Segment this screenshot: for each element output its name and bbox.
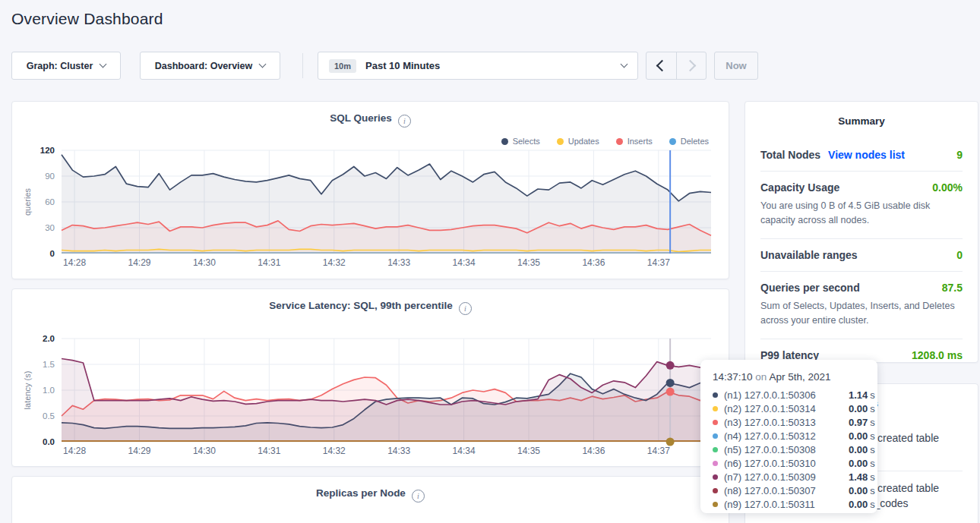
svg-text:90: 90 xyxy=(45,172,55,181)
svg-text:60: 60 xyxy=(45,197,55,206)
svg-text:14:30: 14:30 xyxy=(193,257,216,268)
svg-text:1.5: 1.5 xyxy=(43,360,55,369)
svg-text:0: 0 xyxy=(50,249,55,258)
summary-desc: You are using 0 B of 4.5 GiB usable disk… xyxy=(760,199,963,228)
node-value-unit: s xyxy=(870,485,875,496)
node-value-unit: s xyxy=(870,417,875,428)
svg-text:14:36: 14:36 xyxy=(582,257,605,268)
sql-queries-chart[interactable]: 14:2814:2914:3014:3114:3214:3314:3414:35… xyxy=(12,102,729,279)
svg-text:14:33: 14:33 xyxy=(387,446,410,456)
tooltip-time: 14:37:10 xyxy=(713,371,753,383)
node-value: 0.00 xyxy=(849,485,868,496)
summary-value: 87.5 xyxy=(942,282,963,294)
svg-text:14:28: 14:28 xyxy=(63,257,86,268)
service-latency-chart[interactable]: 14:2814:2914:3014:3114:3214:3314:3414:35… xyxy=(12,289,729,466)
summary-row-head: Unavailable ranges0 xyxy=(760,249,963,261)
summary-value: 0.00% xyxy=(932,181,963,194)
next-time-button[interactable] xyxy=(676,52,707,79)
chart-title-text: Replicas per Node xyxy=(316,487,406,499)
svg-text:14:28: 14:28 xyxy=(63,446,86,456)
chevron-right-icon xyxy=(684,60,696,72)
svg-text:14:35: 14:35 xyxy=(517,257,540,268)
time-range-selector[interactable]: 10m Past 10 Minutes xyxy=(318,52,638,80)
node-label: (n4) 127.0.0.1:50312 xyxy=(724,430,846,442)
summary-label: Queries per second xyxy=(760,282,860,294)
svg-text:14:31: 14:31 xyxy=(258,446,280,456)
chevron-down-icon xyxy=(621,61,628,68)
node-dot xyxy=(713,406,718,411)
svg-text:120: 120 xyxy=(40,146,55,155)
node-value: 0.00 xyxy=(849,430,868,442)
node-dot xyxy=(713,420,718,425)
prev-time-button[interactable] xyxy=(646,52,676,79)
now-button[interactable]: Now xyxy=(714,52,758,80)
tooltip-row: (n5) 127.0.0.1:503080.00s xyxy=(713,443,877,456)
tooltip-rows: (n1) 127.0.0.1:503061.14s(n2) 127.0.0.1:… xyxy=(713,388,877,511)
node-value: 0.00 xyxy=(849,499,868,510)
node-dot xyxy=(713,433,718,439)
svg-text:14:36: 14:36 xyxy=(582,446,605,456)
svg-text:1.0: 1.0 xyxy=(43,386,55,395)
node-value-unit: s xyxy=(870,430,875,442)
svg-text:14:29: 14:29 xyxy=(128,446,150,456)
summary-label: Capacity Usage xyxy=(760,181,839,194)
node-value: 0.00 xyxy=(849,458,868,469)
tooltip-row: (n9) 127.0.0.1:503110.00s xyxy=(713,497,877,511)
svg-text:14:34: 14:34 xyxy=(453,446,476,456)
info-icon[interactable]: i xyxy=(412,490,425,503)
svg-text:14:32: 14:32 xyxy=(323,446,346,456)
svg-text:14:34: 14:34 xyxy=(453,257,476,268)
tooltip-header: 14:37:10 on Apr 5th, 2021 xyxy=(713,371,877,383)
svg-text:14:37: 14:37 xyxy=(647,446,670,456)
svg-text:14:32: 14:32 xyxy=(323,257,346,268)
node-value: 1.48 xyxy=(849,471,868,483)
summary-title: Summary xyxy=(745,102,978,127)
view-nodes-link[interactable]: View nodes list xyxy=(828,149,905,161)
summary-row: Total NodesView nodes list9 xyxy=(760,139,963,172)
tooltip-connector: on xyxy=(755,371,767,383)
node-label: (n6) 127.0.0.1:50310 xyxy=(724,458,846,469)
svg-text:14:37: 14:37 xyxy=(647,257,670,268)
summary-row: Queries per second87.5Sum of Selects, Up… xyxy=(760,272,963,339)
svg-text:14:33: 14:33 xyxy=(387,257,410,268)
summary-row-head: Capacity Usage0.00% xyxy=(760,181,963,194)
tooltip-row: (n3) 127.0.0.1:503130.97s xyxy=(713,415,877,429)
dashboard-dropdown[interactable]: Dashboard: Overview xyxy=(140,52,280,80)
tooltip-date: Apr 5th, 2021 xyxy=(769,371,830,383)
time-range-badge: 10m xyxy=(329,59,356,73)
node-value-unit: s xyxy=(870,403,875,414)
node-label: (n8) 127.0.0.1:50307 xyxy=(724,485,846,496)
svg-text:queries: queries xyxy=(23,187,32,216)
svg-text:30: 30 xyxy=(45,223,55,232)
node-label: (n5) 127.0.0.1:50308 xyxy=(724,444,846,455)
svg-text:0.0: 0.0 xyxy=(43,437,55,446)
service-latency-card: Service Latency: SQL, 99th percentilei 1… xyxy=(11,288,729,467)
node-value-unit: s xyxy=(870,444,875,455)
summary-row-head: Total NodesView nodes list9 xyxy=(760,149,963,161)
node-label: (n7) 127.0.0.1:50309 xyxy=(724,471,846,483)
svg-text:14:31: 14:31 xyxy=(258,257,280,268)
svg-text:latency (s): latency (s) xyxy=(23,371,32,410)
sql-queries-card: SQL Queriesi SelectsUpdatesInsertsDelete… xyxy=(11,101,729,279)
summary-desc: Sum of Selects, Updates, Inserts, and De… xyxy=(760,299,963,329)
node-dot xyxy=(713,447,718,452)
svg-text:14:30: 14:30 xyxy=(193,446,216,456)
summary-row-head: Queries per second87.5 xyxy=(760,282,963,294)
node-label: (n3) 127.0.0.1:50313 xyxy=(724,417,846,428)
summary-label: Unavailable ranges xyxy=(760,249,858,261)
page-title: Overview Dashboard xyxy=(11,10,163,28)
node-dot xyxy=(713,474,718,480)
node-dot xyxy=(713,392,718,398)
summary-card: Summary Total NodesView nodes list9Capac… xyxy=(744,101,978,363)
svg-text:0.5: 0.5 xyxy=(43,411,55,421)
node-value: 0.00 xyxy=(849,403,868,414)
dashboard-dropdown-label: Dashboard: Overview xyxy=(155,61,253,71)
svg-text:14:29: 14:29 xyxy=(128,257,150,268)
node-dot xyxy=(713,488,718,493)
tooltip-row: (n6) 127.0.0.1:503100.00s xyxy=(713,456,877,470)
node-dot xyxy=(713,461,718,466)
graph-dropdown[interactable]: Graph: Cluster xyxy=(11,52,121,80)
node-value: 0.97 xyxy=(849,417,868,428)
chevron-left-icon xyxy=(656,60,669,72)
node-value-unit: s xyxy=(870,389,875,401)
